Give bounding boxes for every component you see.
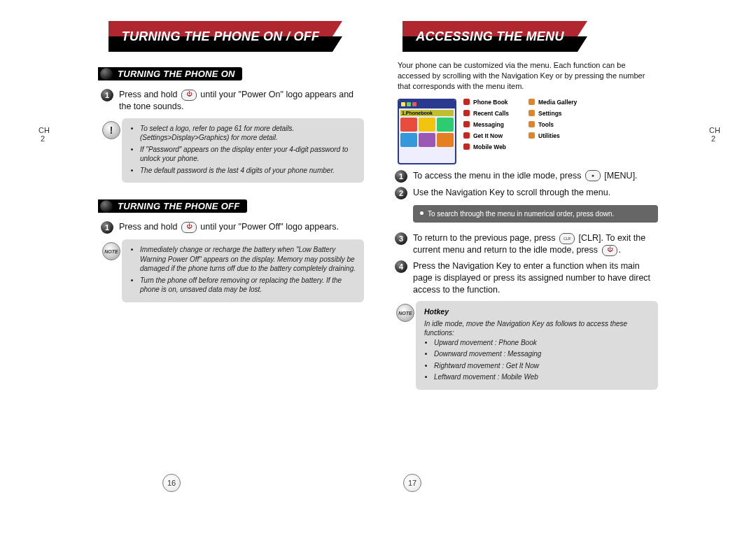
step-text: Use the Navigation Key to scroll through… (413, 187, 658, 199)
hotkey-box: NOTE Hotkey In idle mode, move the Navig… (416, 301, 658, 389)
clr-key-icon (559, 233, 575, 244)
menu-item: Tools (528, 121, 577, 128)
menu-item: Utilities (528, 132, 577, 139)
step-access-1: 1 To access the menu in the idle mode, p… (395, 170, 658, 183)
step-access-2: 2 Use the Navigation Key to scroll throu… (395, 187, 658, 199)
power-key-icon (181, 90, 197, 101)
step-access-4: 4 Press the Navigation Key to enter a fu… (395, 260, 658, 296)
note-box-on: ! To select a logo, refer to page 61 for… (122, 118, 364, 183)
step-on-1: 1 Press and hold until your "Power On" l… (101, 89, 364, 113)
step-number: 1 (101, 89, 113, 101)
chapter-label-right: CH2 (709, 126, 718, 143)
page-number-left: 16 (162, 474, 181, 492)
page-number-right: 17 (403, 474, 421, 492)
menu-item: Recent Calls (463, 110, 509, 117)
hotkey-title: Hotkey (424, 307, 650, 316)
step-text: Press the Navigation Key to enter a func… (413, 260, 658, 296)
banner-right-title: ACCESSING THE MENU (402, 29, 578, 44)
menu-item: Settings (528, 110, 577, 117)
menu-item: Media Gallery (528, 99, 577, 106)
menu-item: Mobile Web (463, 143, 509, 150)
subhead-phone-off: TURNING THE PHONE OFF (98, 199, 247, 213)
step-text: Press and hold until your "Power Off" lo… (119, 221, 364, 233)
step-number: 1 (395, 170, 407, 183)
step-number: 2 (395, 187, 407, 199)
step-text: To access the menu in the idle mode, pre… (413, 170, 658, 182)
power-key-icon (602, 245, 617, 256)
menu-item: Phone Book (463, 99, 509, 106)
menu-item: Messaging (463, 121, 509, 128)
step-number: 3 (395, 232, 407, 245)
menu-item: Get It Now (463, 132, 509, 139)
chapter-label-left: CH2 (38, 126, 47, 143)
note-icon: NOTE (102, 242, 120, 260)
power-key-icon (181, 222, 197, 233)
note-box-off: NOTE Immediately change or recharge the … (122, 239, 364, 302)
right-page: ACCESSING THE MENU Your phone can be cus… (392, 21, 658, 400)
step-text: Press and hold until your "Power On" log… (119, 89, 364, 113)
banner-right: ACCESSING THE MENU (402, 21, 578, 52)
step-text: To return to the previous page, press [C… (413, 232, 658, 256)
tip-box: To search through the menu in numerical … (413, 205, 658, 223)
intro-text: Your phone can be customized via the men… (398, 60, 658, 92)
step-off-1: 1 Press and hold until your "Power Off" … (101, 221, 364, 234)
menu-list: Phone Book Recent Calls Messaging Get It… (463, 99, 577, 150)
step-access-3: 3 To return to the previous page, press … (395, 232, 658, 256)
banner-left-title: TURNING THE PHONE ON / OFF (108, 29, 332, 44)
left-page: TURNING THE PHONE ON / OFF TURNING THE P… (98, 21, 364, 400)
ok-key-icon (585, 170, 601, 181)
menu-figure: 1.Phonebook Phone Book Recent Calls Mess… (398, 99, 658, 164)
alert-icon: ! (102, 121, 120, 139)
banner-left: TURNING THE PHONE ON / OFF (108, 21, 332, 52)
subhead-phone-on: TURNING THE PHONE ON (98, 67, 242, 80)
phone-screen-graphic: 1.Phonebook (398, 99, 456, 164)
step-number: 4 (395, 260, 407, 273)
note-icon: NOTE (396, 304, 414, 322)
step-number: 1 (101, 221, 113, 234)
